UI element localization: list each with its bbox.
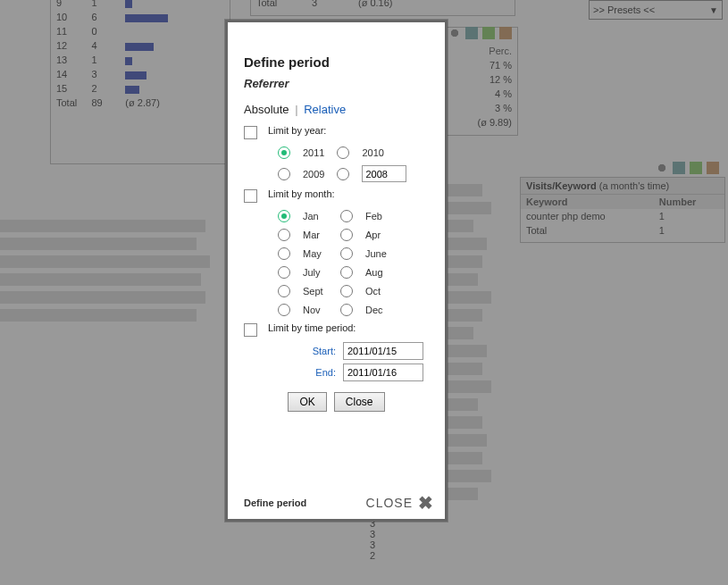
limit-year-label: Limit by year: [268, 125, 326, 136]
radio-label: Apr [365, 230, 381, 240]
radio-label: May [303, 248, 328, 259]
radio-month-may[interactable] [278, 247, 290, 260]
dialog-subtitle: Referrer [244, 77, 429, 90]
radio-label: 2009 [303, 169, 324, 180]
footer-close-label: CLOSE [366, 496, 413, 510]
limit-month-checkbox[interactable] [244, 189, 257, 203]
radio-month-aug[interactable] [340, 266, 353, 279]
radio-month-jan[interactable] [278, 210, 290, 222]
radio-year-2009[interactable] [278, 168, 290, 180]
define-period-dialog: Define period Referrer Absolute | Relati… [225, 20, 448, 522]
radio-month-oct[interactable] [340, 285, 353, 297]
radio-month-apr[interactable] [340, 229, 353, 241]
radio-label: July [303, 267, 328, 278]
tab-row: Absolute | Relative [244, 103, 429, 116]
radio-month-feb[interactable] [340, 210, 353, 222]
radio-year-2010[interactable] [337, 146, 349, 159]
radio-label: Oct [365, 286, 381, 297]
radio-label: Dec [365, 305, 383, 315]
tab-absolute[interactable]: Absolute [244, 103, 289, 116]
radio-label: Feb [365, 211, 382, 221]
end-label: End: [315, 367, 336, 378]
limit-period-checkbox[interactable] [244, 323, 257, 337]
radio-month-mar[interactable] [278, 229, 290, 241]
tab-separator: | [292, 103, 300, 116]
radio-label: Aug [365, 267, 383, 278]
radio-month-july[interactable] [278, 266, 290, 279]
start-input[interactable] [343, 342, 423, 360]
dialog-title: Define period [244, 54, 429, 70]
limit-period-label: Limit by time period: [268, 322, 356, 333]
background: >> Presets << ▼ 91106110124131143152Tota… [0, 0, 728, 585]
radio-label: June [365, 248, 387, 259]
month-radios: JanFebMarAprMayJuneJulyAugSeptOctNovDec [278, 210, 429, 316]
limit-year-checkbox[interactable] [244, 126, 257, 139]
radio-label: Mar [303, 230, 328, 240]
limit-month-label: Limit by month: [268, 188, 335, 199]
radio-month-nov[interactable] [278, 304, 290, 316]
year-input[interactable] [362, 165, 406, 182]
radio-month-dec[interactable] [340, 304, 353, 316]
radio-year-2011[interactable] [278, 146, 290, 159]
radio-year-custom[interactable] [337, 168, 349, 180]
ok-button[interactable]: OK [288, 392, 326, 412]
end-input[interactable] [343, 364, 423, 381]
close-icon: ✖ [418, 497, 434, 509]
radio-month-june[interactable] [340, 247, 353, 260]
radio-label: 2011 [303, 147, 324, 158]
start-label: Start: [313, 346, 336, 356]
year-radios: 2011 2010 2009 [278, 146, 429, 182]
footer-title: Define period [244, 497, 306, 508]
footer-close-button[interactable]: CLOSE ✖ [366, 496, 434, 510]
close-button[interactable]: Close [334, 392, 385, 412]
tab-relative[interactable]: Relative [304, 103, 346, 116]
radio-label: 2010 [362, 147, 383, 158]
radio-label: Nov [303, 305, 328, 315]
radio-month-sept[interactable] [278, 285, 290, 297]
radio-label: Jan [303, 211, 328, 221]
radio-label: Sept [303, 286, 328, 297]
